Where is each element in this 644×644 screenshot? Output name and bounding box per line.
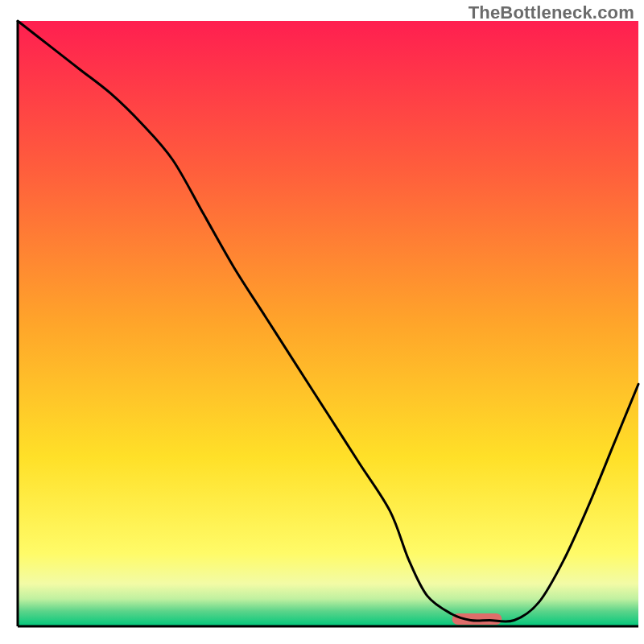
bottleneck-chart (0, 0, 644, 644)
plot-background (18, 21, 638, 626)
chart-container: TheBottleneck.com (0, 0, 644, 644)
optimal-marker (452, 613, 502, 625)
watermark-text: TheBottleneck.com (469, 2, 634, 23)
